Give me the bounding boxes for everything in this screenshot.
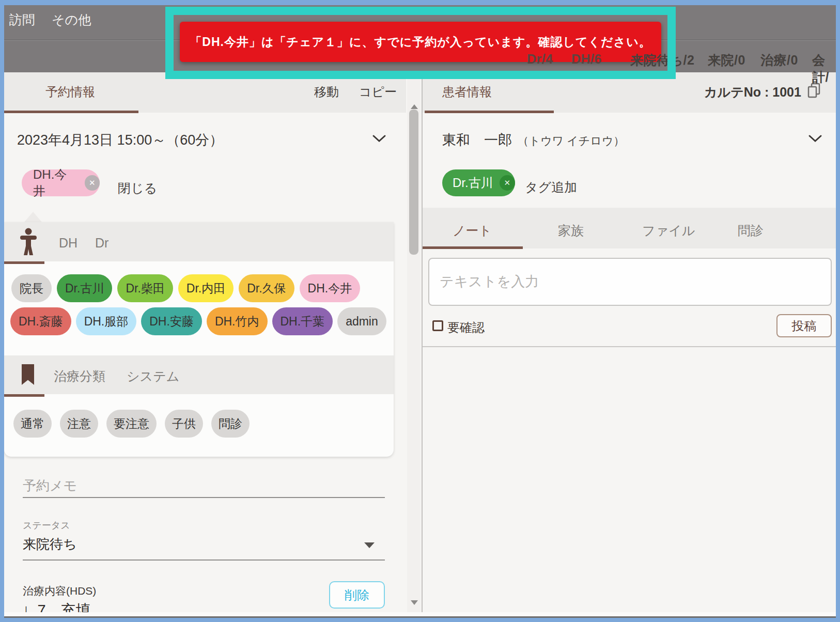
note-textarea[interactable] bbox=[428, 258, 832, 306]
staff-chip[interactable]: Dr.久保 bbox=[239, 274, 294, 302]
treatment-content-label: 治療内容(HDS) bbox=[23, 584, 96, 598]
bookmark-icon[interactable] bbox=[21, 364, 35, 385]
staff-tag-label: DH.今井 bbox=[33, 166, 79, 199]
treatment-item-row[interactable]: ∟7 充填 bbox=[23, 600, 91, 621]
staff-chip-row-1: 院長 Dr.古川 Dr.柴田 Dr.内田 Dr.久保 DH.今井 bbox=[11, 274, 360, 302]
staff-chip[interactable]: DH.安藤 bbox=[141, 307, 202, 335]
chevron-down-icon[interactable] bbox=[808, 134, 822, 143]
chart-number: カルテNo : 1001 bbox=[704, 84, 801, 101]
window-bottom-band bbox=[4, 612, 836, 616]
window-edge-right bbox=[836, 0, 840, 622]
staff-section-underline bbox=[4, 261, 44, 264]
staff-chip[interactable]: Dr.古川 bbox=[57, 274, 112, 302]
status-label: ステータス bbox=[23, 519, 70, 532]
staff-picker-card: DH Dr 院長 Dr.古川 Dr.柴田 Dr.内田 Dr.久保 DH.今井 D… bbox=[4, 222, 394, 457]
status-select-underline bbox=[23, 559, 385, 561]
patient-kana: （トウワ イチロウ） bbox=[517, 134, 625, 147]
category-section-underline bbox=[4, 394, 44, 397]
reservation-memo-input[interactable] bbox=[23, 474, 385, 498]
person-icon[interactable] bbox=[20, 228, 37, 256]
staff-chip[interactable]: Dr.柴田 bbox=[117, 274, 173, 302]
tab-patient-info[interactable]: 患者情報 bbox=[442, 84, 492, 100]
patient-tag-label: Dr.古川 bbox=[453, 175, 493, 191]
note-tab-underline bbox=[423, 246, 523, 249]
tab-treatment-category[interactable]: 治療分類 bbox=[54, 368, 105, 385]
staff-chip[interactable]: DH.千葉 bbox=[272, 307, 333, 335]
category-section-header: 治療分類 システム bbox=[4, 355, 394, 394]
category-chip[interactable]: 通常 bbox=[13, 410, 52, 438]
reservation-tab-underline bbox=[4, 111, 138, 113]
reservation-tabbar: 予約情報 移動 コピー bbox=[4, 72, 406, 113]
tab-interview[interactable]: 問診 bbox=[738, 222, 764, 239]
tab-family[interactable]: 家族 bbox=[558, 222, 584, 239]
patient-subtabbar: ノート 家族 ファイル 問診 bbox=[423, 208, 836, 248]
close-button[interactable]: 閉じる bbox=[118, 180, 157, 197]
menu-item-houmon[interactable]: 訪問 bbox=[9, 11, 35, 28]
staff-chip[interactable]: DH.服部 bbox=[76, 307, 137, 335]
move-button[interactable]: 移動 bbox=[314, 84, 339, 100]
category-chip[interactable]: 要注意 bbox=[106, 410, 157, 438]
category-chip[interactable]: 子供 bbox=[165, 410, 203, 438]
patient-tag[interactable]: Dr.古川 ✕ bbox=[442, 169, 515, 196]
scrollbar-up-arrow-icon[interactable] bbox=[411, 104, 418, 109]
delete-button[interactable]: 削除 bbox=[329, 581, 385, 609]
staff-chip[interactable]: DH.竹内 bbox=[207, 307, 268, 335]
post-button[interactable]: 投稿 bbox=[776, 314, 832, 337]
remove-staff-tag-icon[interactable]: ✕ bbox=[85, 175, 100, 191]
stat-dr: Dr/4 bbox=[527, 52, 553, 67]
patient-name-row: 東和 一郎 （トウワ イチロウ） bbox=[442, 131, 625, 149]
add-tag-button[interactable]: タグ追加 bbox=[525, 179, 577, 196]
tab-files[interactable]: ファイル bbox=[642, 222, 695, 239]
category-chip[interactable]: 注意 bbox=[60, 410, 98, 438]
patient-tabbar: 患者情報 カルテNo : 1001 bbox=[423, 72, 836, 113]
staff-chip[interactable]: DH.今井 bbox=[300, 274, 361, 302]
category-chip-row: 通常 注意 要注意 子供 問診 bbox=[13, 410, 250, 438]
window-edge-bottom bbox=[0, 618, 840, 622]
tab-system[interactable]: システム bbox=[127, 368, 179, 385]
picker-notch bbox=[24, 212, 42, 222]
remove-patient-tag-icon[interactable]: ✕ bbox=[500, 175, 515, 191]
stat-raiin: 来院/0 bbox=[708, 52, 745, 69]
scrollbar-thumb[interactable] bbox=[409, 110, 418, 255]
app-window: 訪問 その他 Dr/4 DH/6 来院待ち/2 来院/0 治療/0 会計/ 「D… bbox=[0, 0, 840, 622]
staff-chip-row-2: DH.斎藤 DH.服部 DH.安藤 DH.竹内 DH.千葉 admin bbox=[10, 307, 386, 335]
stat-raiin-machi: 来院待ち/2 bbox=[630, 52, 694, 69]
category-chip[interactable]: 問診 bbox=[211, 410, 250, 438]
staff-chip[interactable]: admin bbox=[337, 307, 386, 335]
menu-item-sonota[interactable]: その他 bbox=[52, 11, 91, 28]
staff-tab-dh[interactable]: DH bbox=[59, 236, 77, 251]
confirm-checkbox[interactable] bbox=[432, 320, 443, 331]
chevron-down-icon[interactable] bbox=[372, 134, 386, 143]
assigned-staff-tag[interactable]: DH.今井 ✕ bbox=[22, 169, 100, 196]
appointment-datetime: 2023年4月13日 15:00～（60分） bbox=[17, 131, 223, 149]
staff-tab-dr[interactable]: Dr bbox=[95, 236, 108, 251]
tab-reservation-info[interactable]: 予約情報 bbox=[45, 84, 95, 100]
status-select-caret-icon[interactable] bbox=[364, 542, 375, 548]
staff-section-header: DH Dr bbox=[4, 222, 394, 261]
window-edge-left bbox=[0, 0, 4, 622]
patient-name: 東和 一郎 bbox=[442, 132, 512, 148]
panel-divider bbox=[422, 72, 423, 613]
staff-chip[interactable]: 院長 bbox=[11, 274, 52, 302]
scrollbar-down-arrow-icon[interactable] bbox=[411, 600, 418, 605]
copy-button[interactable]: コピー bbox=[359, 84, 397, 100]
staff-chip[interactable]: Dr.内田 bbox=[178, 274, 234, 302]
stat-chiryou: 治療/0 bbox=[760, 52, 798, 69]
patient-tab-underline bbox=[425, 111, 554, 113]
confirm-checkbox-label: 要確認 bbox=[447, 319, 485, 336]
stat-dh: DH/6 bbox=[571, 52, 602, 67]
stat-kaikei: 会計/ bbox=[812, 52, 840, 86]
alert-message: 「DH.今井」は「チェア１」に、すでに予約が入っています。確認してください。 bbox=[190, 34, 651, 50]
window-bottom-border bbox=[4, 616, 836, 618]
staff-chip[interactable]: DH.斎藤 bbox=[10, 307, 71, 335]
note-section-divider bbox=[423, 346, 836, 347]
tab-note[interactable]: ノート bbox=[453, 222, 492, 239]
status-select-value[interactable]: 来院待ち bbox=[23, 535, 77, 553]
